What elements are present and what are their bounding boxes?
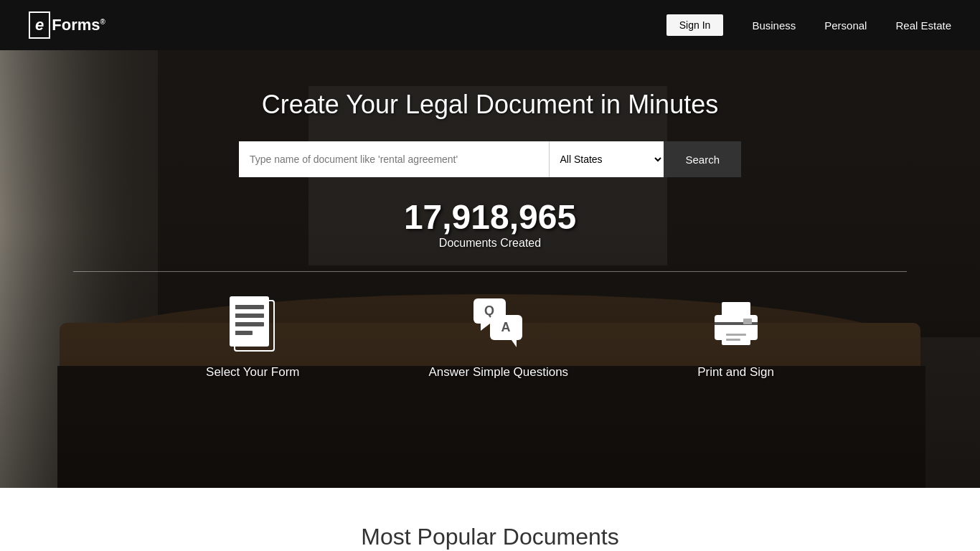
step-select-form-label: Select Your Form bbox=[206, 365, 299, 380]
qa-icon-container: Q A bbox=[468, 293, 529, 354]
svg-marker-14 bbox=[481, 324, 490, 331]
form-icon-container bbox=[222, 293, 283, 354]
svg-marker-17 bbox=[512, 340, 517, 347]
search-bar: All States Alabama Alaska Arizona Califo… bbox=[239, 141, 741, 177]
hero-content: Create Your Legal Document in Minutes Al… bbox=[0, 50, 980, 380]
step-answer-questions: Q A Answer Simple Questions bbox=[428, 293, 568, 380]
state-select[interactable]: All States Alabama Alaska Arizona Califo… bbox=[549, 141, 664, 177]
steps-row: Select Your Form Q A Answer bbox=[206, 293, 774, 380]
print-icon-container bbox=[705, 293, 766, 354]
logo[interactable]: e Forms® bbox=[29, 11, 105, 39]
form-icon bbox=[226, 295, 280, 352]
count-label: Documents Created bbox=[404, 237, 576, 250]
sign-in-button[interactable]: Sign In bbox=[666, 14, 724, 36]
svg-rect-25 bbox=[743, 319, 752, 324]
popular-title: Most Popular Documents bbox=[29, 524, 951, 550]
count-number: 17,918,965 bbox=[404, 199, 576, 237]
svg-rect-20 bbox=[722, 302, 750, 318]
search-input[interactable] bbox=[239, 141, 549, 177]
logo-box: e bbox=[29, 11, 50, 39]
search-button[interactable]: Search bbox=[664, 141, 741, 177]
qa-icon: Q A bbox=[470, 295, 527, 352]
main-nav: Business Personal Real Estate bbox=[752, 19, 951, 32]
svg-rect-21 bbox=[722, 329, 750, 345]
section-divider bbox=[73, 271, 906, 272]
documents-count: 17,918,965 Documents Created bbox=[404, 199, 576, 250]
logo-e-letter: e bbox=[35, 16, 44, 34]
header-right: Sign In Business Personal Real Estate bbox=[666, 14, 951, 36]
hero-title: Create Your Legal Document in Minutes bbox=[262, 90, 718, 120]
popular-section: Most Popular Documents bbox=[0, 488, 980, 551]
svg-rect-12 bbox=[235, 301, 274, 351]
nav-real-estate[interactable]: Real Estate bbox=[895, 19, 951, 32]
nav-personal[interactable]: Personal bbox=[824, 19, 867, 32]
logo-forms-text: Forms® bbox=[52, 16, 105, 34]
site-header: e Forms® Sign In Business Personal Real … bbox=[0, 0, 980, 50]
step-select-form: Select Your Form bbox=[206, 293, 299, 380]
svg-rect-23 bbox=[726, 334, 746, 336]
nav-business[interactable]: Business bbox=[752, 19, 796, 32]
svg-text:A: A bbox=[501, 320, 510, 334]
svg-rect-24 bbox=[726, 339, 740, 341]
step-print-sign: Print and Sign bbox=[697, 293, 774, 380]
hero-section: Create Your Legal Document in Minutes Al… bbox=[0, 50, 980, 488]
step-answer-questions-label: Answer Simple Questions bbox=[428, 365, 568, 380]
step-print-sign-label: Print and Sign bbox=[697, 365, 774, 380]
print-icon bbox=[707, 295, 765, 352]
